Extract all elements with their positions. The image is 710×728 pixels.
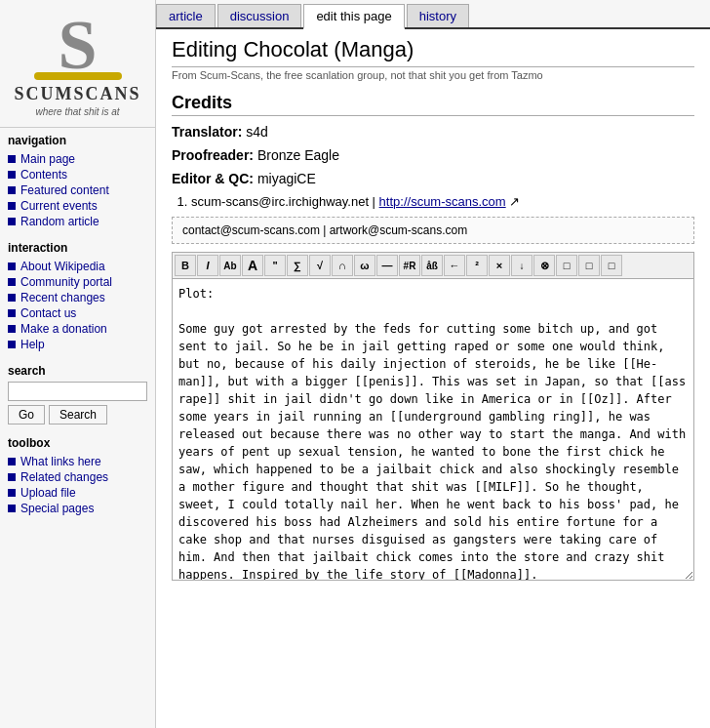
search-section: search Go Search <box>0 358 155 430</box>
sidebar-item-random[interactable]: Random article <box>8 214 155 229</box>
proofreader-row: Proofreader: Bronze Eagle <box>172 147 694 163</box>
toolbar-intersect[interactable]: ∩ <box>332 255 353 276</box>
sidebar-item-related[interactable]: Related changes <box>8 469 155 485</box>
bullet-icon <box>8 489 16 497</box>
editor-value: miyagiCE <box>257 171 316 186</box>
site-logo: S SCUMSCANS where that shit is at <box>0 0 155 128</box>
about-link[interactable]: About Wikipedia <box>20 260 105 273</box>
featured-link[interactable]: Featured content <box>20 183 109 197</box>
toolbar-img3[interactable]: □ <box>601 255 622 276</box>
interaction-title: interaction <box>8 241 155 255</box>
toolbar-a[interactable]: A <box>242 255 263 276</box>
bullet-icon <box>8 278 16 286</box>
contact-list-item: scum-scans@irc.irchighway.net | http://s… <box>191 194 694 209</box>
editor-row: Editor & QC: miyagiCE <box>172 171 694 186</box>
bullet-icon <box>8 218 16 225</box>
tab-history[interactable]: history <box>407 4 469 27</box>
random-link[interactable]: Random article <box>20 215 99 228</box>
sidebar-item-contact[interactable]: Contact us <box>8 305 155 321</box>
sidebar-item-donate[interactable]: Make a donation <box>8 321 155 337</box>
sidebar-item-help[interactable]: Help <box>8 337 155 352</box>
navigation-title: navigation <box>8 134 155 147</box>
contact-box: contact@scum-scans.com | artwork@scum-sc… <box>172 217 694 244</box>
brand-tagline: where that shit is at <box>35 106 119 117</box>
toolbar-times[interactable]: × <box>489 255 510 276</box>
sidebar-item-community[interactable]: Community portal <box>8 274 155 290</box>
bullet-icon <box>8 202 16 210</box>
toolbar-quote[interactable]: " <box>264 255 286 276</box>
toolbox-title: toolbox <box>8 436 155 450</box>
sidebar-item-upload[interactable]: Upload file <box>8 485 155 501</box>
bullet-icon <box>8 505 16 512</box>
special-pages-link[interactable]: Special pages <box>20 502 94 515</box>
toolbar-sub[interactable]: ↓ <box>511 255 532 276</box>
donate-link[interactable]: Make a donation <box>20 322 107 336</box>
bullet-icon <box>8 325 16 333</box>
sidebar-item-main-page[interactable]: Main page <box>8 151 155 167</box>
translator-value: s4d <box>246 124 268 140</box>
content-area: Editing Chocolat (Manga) From Scum-Scans… <box>156 29 710 599</box>
toolbar-special2[interactable]: ⊗ <box>533 255 555 276</box>
sidebar-item-featured[interactable]: Featured content <box>8 182 155 198</box>
page-subtitle: From Scum-Scans, the free scanlation gro… <box>172 69 694 81</box>
toolbar-dash[interactable]: — <box>376 255 398 276</box>
interaction-section: interaction About Wikipedia Community po… <box>0 235 155 358</box>
search-button[interactable]: Search <box>49 405 107 425</box>
page-title: Editing Chocolat (Manga) <box>172 37 694 67</box>
bullet-icon <box>8 155 16 163</box>
sidebar-item-contents[interactable]: Contents <box>8 167 155 182</box>
proofreader-value: Bronze Eagle <box>257 147 339 163</box>
toolbar-special1[interactable]: åß <box>421 255 443 276</box>
translator-label: Translator: <box>172 124 242 140</box>
toolbar-img2[interactable]: □ <box>578 255 600 276</box>
main-page-link[interactable]: Main page <box>20 152 75 166</box>
toolbar-img1[interactable]: □ <box>556 255 577 276</box>
toolbar-sqrt[interactable]: √ <box>309 255 331 276</box>
toolbar-sigma[interactable]: ∑ <box>287 255 308 276</box>
tab-edit-this-page[interactable]: edit this page <box>303 4 404 29</box>
editor-toolbar: B I Ab A " ∑ √ ∩ ω — #R åß ← ² × ↓ ⊗ □ □… <box>172 252 694 278</box>
editor-textarea[interactable] <box>172 278 694 581</box>
bullet-icon <box>8 294 16 302</box>
contents-link[interactable]: Contents <box>20 168 67 182</box>
toolbar-hr[interactable]: #R <box>399 255 420 276</box>
help-link[interactable]: Help <box>20 338 45 351</box>
sidebar-item-special[interactable]: Special pages <box>8 501 155 516</box>
credits-heading: Credits <box>172 93 694 116</box>
go-button[interactable]: Go <box>8 405 45 425</box>
website-link[interactable]: http://scum-scans.com <box>379 194 506 209</box>
tab-discussion[interactable]: discussion <box>217 4 302 27</box>
toolbar-sup2[interactable]: ² <box>466 255 488 276</box>
tabs-bar: article discussion edit this page histor… <box>156 0 710 29</box>
contact-link[interactable]: Contact us <box>20 306 76 320</box>
bullet-icon <box>8 341 16 348</box>
contact-list: scum-scans@irc.irchighway.net | http://s… <box>191 194 694 209</box>
search-title: search <box>8 364 147 378</box>
sidebar-item-current-events[interactable]: Current events <box>8 198 155 214</box>
search-input[interactable] <box>8 382 147 401</box>
bullet-icon <box>8 171 16 179</box>
toolbar-italic[interactable]: I <box>197 255 218 276</box>
bullet-icon <box>8 458 16 465</box>
sidebar-item-what-links[interactable]: What links here <box>8 454 155 469</box>
community-link[interactable]: Community portal <box>20 275 112 289</box>
toolbar-ab[interactable]: Ab <box>219 255 241 276</box>
toolbox-section: toolbox What links here Related changes … <box>0 430 155 522</box>
upload-link[interactable]: Upload file <box>20 486 76 500</box>
what-links-link[interactable]: What links here <box>20 455 101 468</box>
bullet-icon <box>8 473 16 481</box>
recent-changes-link[interactable]: Recent changes <box>20 291 105 304</box>
related-changes-link[interactable]: Related changes <box>20 470 108 484</box>
current-events-link[interactable]: Current events <box>20 199 98 213</box>
proofreader-label: Proofreader: <box>172 147 254 163</box>
translator-row: Translator: s4d <box>172 124 694 140</box>
navigation-section: navigation Main page Contents Featured c… <box>0 128 155 235</box>
toolbar-bold[interactable]: B <box>175 255 196 276</box>
toolbar-arrow[interactable]: ← <box>444 255 465 276</box>
bullet-icon <box>8 263 16 270</box>
editor-label: Editor & QC: <box>172 171 254 186</box>
sidebar-item-about[interactable]: About Wikipedia <box>8 259 155 274</box>
toolbar-omega[interactable]: ω <box>354 255 375 276</box>
sidebar-item-recent-changes[interactable]: Recent changes <box>8 290 155 305</box>
tab-article[interactable]: article <box>156 4 216 27</box>
